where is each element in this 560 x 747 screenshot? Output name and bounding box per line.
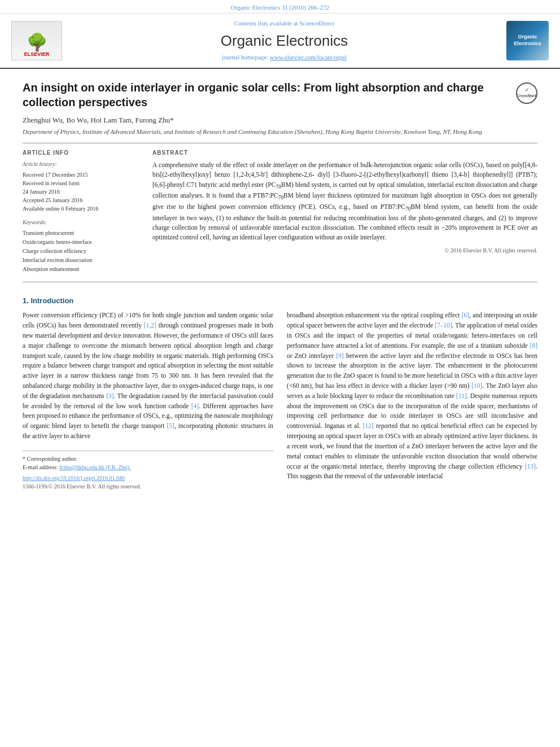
- sciencedirect-text: Contents lists available at ScienceDirec…: [62, 19, 506, 28]
- info-abstract-cols: ARTICLE INFO Article history: Received 1…: [23, 149, 537, 274]
- abstract-col: ABSTRACT A comprehensive study of the ef…: [152, 149, 537, 274]
- ref-4[interactable]: [4]: [191, 403, 199, 409]
- history-label: Article history:: [23, 160, 141, 168]
- ref-3[interactable]: [3]: [106, 392, 113, 399]
- journal-homepage: journal homepage: www.elsevier.com/locat…: [62, 53, 506, 62]
- ref-12[interactable]: [12]: [363, 422, 374, 429]
- article-affiliation: Department of Physics, Institute of Adva…: [23, 128, 537, 136]
- elsevier-label: ELSEVIER: [24, 51, 50, 58]
- ref-7-10[interactable]: [7–10]: [435, 322, 452, 329]
- homepage-label: journal homepage:: [222, 54, 268, 60]
- article-info-label: ARTICLE INFO: [23, 149, 141, 157]
- abstract-label: ABSTRACT: [152, 149, 537, 157]
- footnote-area: * Corresponding author. E-mail address: …: [23, 451, 273, 491]
- intro-heading: 1. Introduction: [23, 296, 537, 306]
- ref-13[interactable]: [13]: [525, 463, 536, 470]
- history-received: Received 17 December 2015 Received in re…: [23, 171, 141, 213]
- doi-line[interactable]: http://dx.doi.org/10.1016/j.orgel.2016.0…: [23, 474, 273, 483]
- intro-body-cols: Power conversion efficiency (PCE) of >10…: [23, 311, 537, 491]
- keywords-list: Transient photocurrent Oxide/organic het…: [23, 229, 141, 274]
- footnote-email: E-mail address: frzhu@hkbu.edu.hk (F.R. …: [23, 463, 273, 471]
- organic-electronics-logo: Organic Electronics: [506, 21, 549, 60]
- keywords-label: Keywords:: [23, 219, 141, 226]
- ref-1-2[interactable]: [1,2]: [144, 322, 156, 329]
- journal-citation-bar: Organic Electronics 31 (2016) 266–272: [0, 0, 560, 14]
- history-item-0: Received 17 December 2015: [23, 172, 88, 178]
- introduction-section: 1. Introduction Power conversion efficie…: [0, 287, 560, 491]
- ref-10[interactable]: [10]: [471, 382, 482, 389]
- ref-11[interactable]: [11]: [456, 392, 467, 399]
- crossmark-badge[interactable]: ✓CrossMark: [516, 82, 537, 104]
- issn-line: 1566-1199/© 2016 Elsevier B.V. All right…: [23, 482, 273, 491]
- article-title: An insight on oxide interlayer in organi…: [23, 80, 516, 110]
- journal-name: Organic Electronics: [62, 30, 506, 51]
- ref-8[interactable]: [8]: [530, 342, 537, 349]
- logo-line2: Electronics: [514, 41, 541, 47]
- intro-left-col: Power conversion efficiency (PCE) of >10…: [23, 311, 273, 491]
- ref-9[interactable]: [9]: [336, 352, 344, 359]
- intro-right-text: broadband absorption enhancement via the…: [287, 311, 537, 482]
- journal-info: Contents lists available at ScienceDirec…: [62, 19, 506, 62]
- divider-1: [23, 143, 537, 143]
- copyright-text: © 2016 Elsevier B.V. All rights reserved…: [152, 247, 537, 255]
- logo-line1: Organic: [514, 34, 541, 41]
- abstract-text: A comprehensive study of the effect of o…: [152, 160, 537, 242]
- footnote-email-link[interactable]: frzhu@hkbu.edu.hk (F.R. Zhu).: [59, 464, 130, 470]
- intro-left-text: Power conversion efficiency (PCE) of >10…: [23, 311, 273, 442]
- journal-header: 🌳 ELSEVIER Contents lists available at S…: [0, 14, 560, 68]
- article-authors: Zhenghui Wu, Bo Wu, Hoi Lam Tam, Furong …: [23, 115, 537, 125]
- history-item-4: Available online 6 February 2016: [23, 206, 98, 212]
- article-content: An insight on oxide interlayer in organi…: [0, 69, 560, 283]
- article-title-area: An insight on oxide interlayer in organi…: [23, 69, 537, 115]
- history-item-3: Accepted 25 January 2016: [23, 197, 82, 203]
- history-item-1: Received in revised form: [23, 180, 80, 186]
- homepage-url[interactable]: www.elsevier.com/locate/orgel: [270, 54, 347, 60]
- divider-2: [23, 282, 537, 282]
- ref-6[interactable]: [6]: [462, 312, 469, 318]
- intro-right-col: broadband absorption enhancement via the…: [287, 311, 537, 491]
- elsevier-tree-icon: 🌳: [27, 34, 47, 51]
- elsevier-logo: 🌳 ELSEVIER: [11, 21, 62, 60]
- journal-citation: Organic Electronics 31 (2016) 266–272: [231, 4, 330, 11]
- history-item-2: 24 January 2016: [23, 189, 60, 195]
- article-info-col: ARTICLE INFO Article history: Received 1…: [23, 149, 141, 274]
- footnote-corresponding: * Corresponding author.: [23, 455, 273, 463]
- ref-5[interactable]: [5]: [167, 422, 174, 429]
